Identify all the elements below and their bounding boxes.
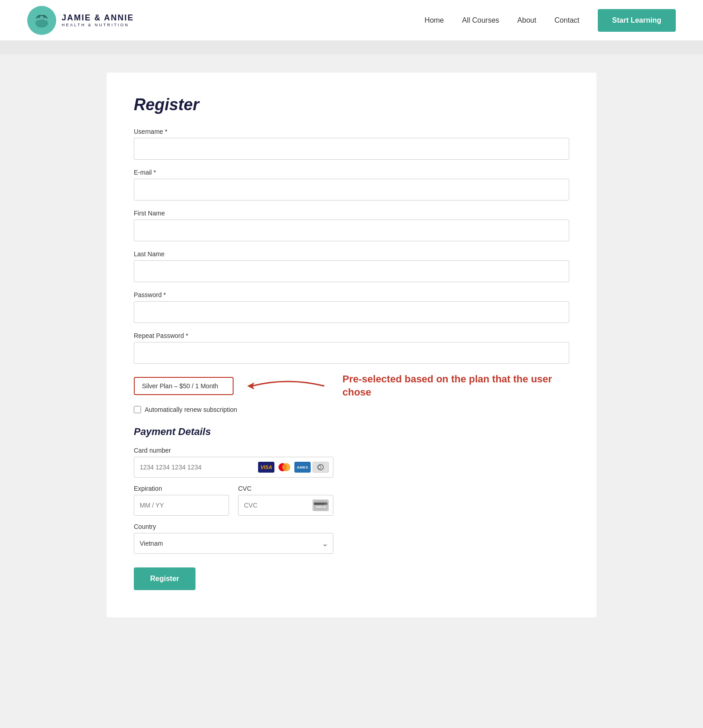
last-name-label: Last Name [134,250,569,258]
amex-icon: AMEX [294,462,311,473]
repeat-password-group: Repeat Password * [134,332,569,364]
plan-arrow-icon [247,377,329,395]
svg-point-2 [38,15,40,18]
expiry-label: Expiration [134,485,229,492]
last-name-input[interactable] [134,260,569,282]
main-nav: Home All Courses About Contact Start Lea… [425,9,676,32]
svg-rect-13 [316,506,322,508]
auto-renew-label: Automatically renew subscription [145,406,237,413]
password-input[interactable] [134,301,569,323]
svg-rect-14 [323,506,326,508]
site-header: JAMIE & ANNIE HEALTH & NUTRITION Home Al… [0,0,703,41]
nav-all-courses[interactable]: All Courses [462,16,499,24]
logo-subtitle: HEALTH & NUTRITION [62,23,134,27]
repeat-password-label: Repeat Password * [134,332,569,339]
first-name-input[interactable] [134,220,569,241]
auto-renew-row: Automatically renew subscription [134,406,569,413]
first-name-label: First Name [134,210,569,217]
plan-row: Silver Plan – $50 / 1 Month Pre-selected… [134,373,569,399]
logo-text-block: JAMIE & ANNIE HEALTH & NUTRITION [62,13,134,27]
plan-annotation: Pre-selected based on the plan that the … [342,373,569,399]
country-select-wrapper: Vietnam United States United Kingdom Aus… [134,533,333,554]
first-name-group: First Name [134,210,569,241]
cvc-card-icon: 12 [312,499,329,511]
email-label: E-mail * [134,169,569,176]
visa-icon: VISA [258,462,274,473]
svg-rect-11 [314,500,327,510]
svg-rect-8 [314,463,327,472]
username-label: Username * [134,128,569,135]
start-learning-button[interactable]: Start Learning [598,9,676,32]
svg-point-7 [282,463,290,471]
cvc-label: CVC [238,485,333,492]
repeat-password-input[interactable] [134,342,569,364]
auto-renew-checkbox[interactable] [134,406,141,413]
cvc-group: CVC 12 [238,485,333,516]
register-card: Register Username * E-mail * First Name … [107,73,596,617]
card-icons: VISA AMEX [258,462,329,473]
register-button[interactable]: Register [134,567,195,590]
card-input-wrapper: VISA AMEX [134,457,333,478]
logo-circle [27,6,56,35]
email-group: E-mail * [134,169,569,200]
mastercard-icon [276,462,293,473]
svg-point-3 [43,15,46,18]
country-label: Country [134,523,569,530]
diners-icon [312,462,329,473]
nav-home[interactable]: Home [425,16,444,24]
logo-name: JAMIE & ANNIE [62,13,134,23]
email-input[interactable] [134,179,569,200]
card-number-group: Card number VISA AMEX [134,447,569,478]
country-select[interactable]: Vietnam United States United Kingdom Aus… [134,533,333,554]
username-group: Username * [134,128,569,160]
form-title: Register [134,95,569,114]
nav-about[interactable]: About [517,16,537,24]
username-input[interactable] [134,138,569,160]
expiry-input[interactable] [134,495,229,516]
header-divider [0,41,703,54]
svg-point-1 [35,19,48,28]
expiry-group: Expiration [134,485,229,516]
logo[interactable]: JAMIE & ANNIE HEALTH & NUTRITION [27,6,134,35]
payment-title: Payment Details [134,426,569,438]
cvc-wrapper: 12 [238,495,333,516]
plan-badge: Silver Plan – $50 / 1 Month [134,377,234,395]
password-group: Password * [134,291,569,323]
country-group: Country Vietnam United States United Kin… [134,523,569,554]
nav-contact[interactable]: Contact [554,16,579,24]
expiry-cvc-row: Expiration CVC 12 [134,485,569,516]
password-label: Password * [134,291,569,298]
main-content: Register Username * E-mail * First Name … [0,54,703,635]
svg-text:12: 12 [324,503,327,505]
last-name-group: Last Name [134,250,569,282]
card-number-label: Card number [134,447,569,454]
